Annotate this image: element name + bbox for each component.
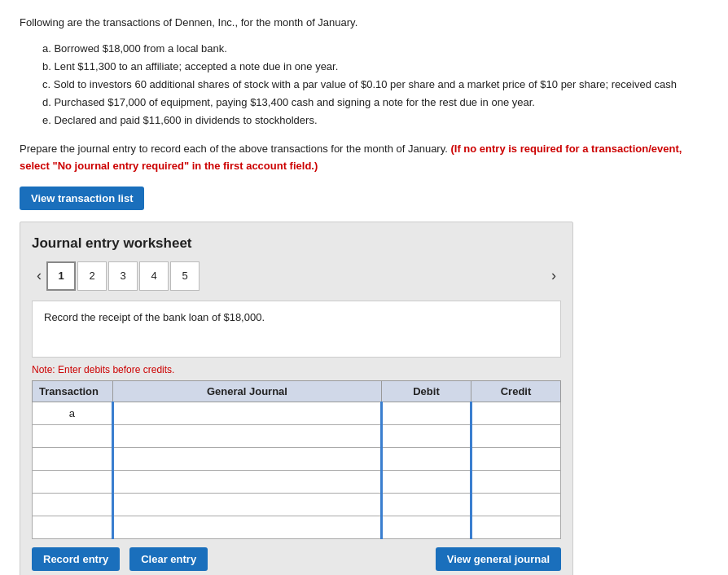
credit-input[interactable] [472, 402, 560, 424]
credit-cell[interactable] [471, 516, 560, 538]
transaction-c: c. Sold to investors 60 additional share… [42, 76, 708, 94]
table-row [33, 516, 561, 538]
credit-cell[interactable] [471, 402, 560, 424]
tabs-row: ‹ 1 2 3 4 5 › [32, 261, 561, 291]
credit-cell[interactable] [471, 493, 560, 516]
intro-text: Following are the transactions of Dennen… [20, 15, 708, 32]
tab-2[interactable]: 2 [77, 261, 107, 291]
table-row [33, 424, 561, 447]
prepare-text: Prepare the journal entry to record each… [20, 141, 708, 175]
worksheet-title: Journal entry worksheet [32, 235, 561, 252]
record-entry-button[interactable]: Record entry [32, 547, 120, 571]
credit-input[interactable] [472, 516, 560, 538]
clear-entry-button[interactable]: Clear entry [129, 547, 208, 571]
prev-tab-arrow[interactable]: ‹ [32, 266, 46, 286]
debit-input[interactable] [383, 471, 470, 493]
table-row: a [33, 402, 561, 424]
general-journal-cell[interactable] [112, 447, 381, 470]
transaction-cell [33, 516, 113, 538]
credit-cell[interactable] [471, 424, 560, 447]
credit-cell[interactable] [471, 447, 560, 470]
credit-input[interactable] [472, 425, 560, 447]
transaction-cell [33, 470, 113, 493]
tab-1[interactable]: 1 [46, 261, 76, 291]
view-general-journal-button[interactable]: View general journal [436, 547, 561, 571]
transaction-e: e. Declared and paid $11,600 in dividend… [42, 112, 708, 129]
debit-cell[interactable] [381, 447, 471, 470]
general-journal-input[interactable] [114, 448, 380, 470]
debit-cell[interactable] [381, 493, 471, 516]
general-journal-cell[interactable] [112, 424, 381, 447]
general-journal-cell[interactable] [112, 402, 381, 424]
transaction-cell [33, 493, 113, 516]
credit-input[interactable] [472, 448, 560, 470]
col-credit: Credit [471, 380, 560, 402]
transaction-cell: a [33, 402, 113, 424]
debit-cell[interactable] [381, 470, 471, 493]
general-journal-input[interactable] [114, 425, 380, 447]
transaction-b: b. Lent $11,300 to an affiliate; accepte… [42, 58, 708, 76]
general-journal-cell[interactable] [112, 516, 381, 538]
table-row [33, 470, 561, 493]
transactions-list: a. Borrowed $18,000 from a local bank. b… [42, 40, 708, 129]
journal-table: Transaction General Journal Debit Credit… [32, 380, 561, 539]
general-journal-cell[interactable] [112, 470, 381, 493]
col-transaction: Transaction [33, 380, 113, 402]
transaction-cell [33, 447, 113, 470]
transaction-d: d. Purchased $17,000 of equipment, payin… [42, 94, 708, 112]
tab-4[interactable]: 4 [139, 261, 169, 291]
transaction-a: a. Borrowed $18,000 from a local bank. [42, 40, 708, 58]
col-debit: Debit [381, 380, 471, 402]
general-journal-cell[interactable] [112, 493, 381, 516]
general-journal-input[interactable] [114, 402, 380, 424]
table-row [33, 447, 561, 470]
general-journal-input[interactable] [114, 471, 380, 493]
debit-input[interactable] [383, 516, 470, 538]
debit-input[interactable] [383, 402, 470, 424]
description-box: Record the receipt of the bank loan of $… [32, 301, 561, 358]
credit-input[interactable] [472, 471, 560, 493]
debit-input[interactable] [383, 425, 470, 447]
worksheet-container: Journal entry worksheet ‹ 1 2 3 4 5 › Re… [20, 222, 573, 575]
credit-input[interactable] [472, 494, 560, 516]
tab-5[interactable]: 5 [170, 261, 200, 291]
tab-3[interactable]: 3 [108, 261, 138, 291]
general-journal-input[interactable] [114, 494, 380, 516]
view-transaction-list-button[interactable]: View transaction list [20, 187, 144, 210]
table-row [33, 493, 561, 516]
debit-input[interactable] [383, 494, 470, 516]
next-tab-arrow[interactable]: › [546, 266, 561, 286]
bottom-buttons: Record entry Clear entry View general jo… [32, 547, 561, 571]
col-general-journal: General Journal [112, 380, 381, 402]
note-text: Note: Enter debits before credits. [32, 364, 561, 375]
transaction-cell [33, 424, 113, 447]
debit-cell[interactable] [381, 424, 471, 447]
general-journal-input[interactable] [114, 516, 380, 538]
debit-cell[interactable] [381, 402, 471, 424]
debit-cell[interactable] [381, 516, 471, 538]
debit-input[interactable] [383, 448, 470, 470]
credit-cell[interactable] [471, 470, 560, 493]
